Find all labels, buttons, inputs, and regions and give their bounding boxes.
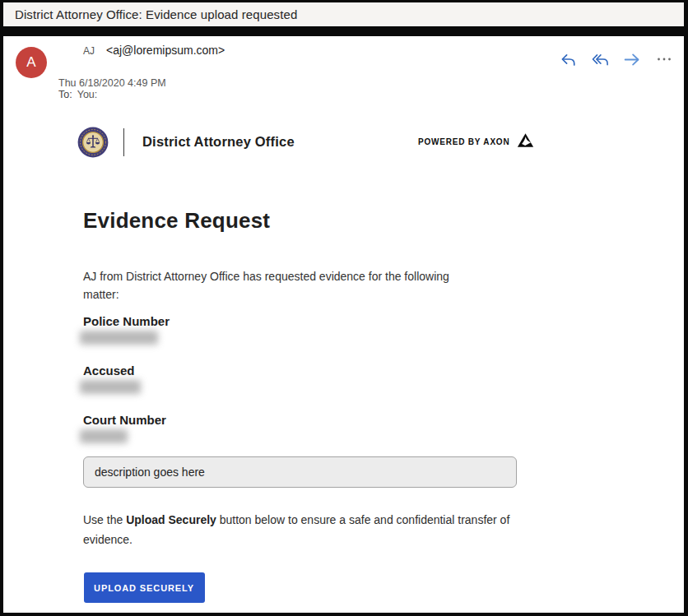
brand-divider	[123, 128, 124, 156]
email-subject: District Attorney Office: Evidence uploa…	[15, 7, 297, 21]
message-timestamp: Thu 6/18/2020 4:49 PM	[58, 77, 166, 89]
highlight-inner: UPLOAD SECURELY	[78, 565, 210, 610]
reply-all-icon[interactable]	[591, 50, 609, 68]
field-value-police-number-redacted	[80, 331, 158, 345]
powered-by-label: POWERED BY AXON	[418, 137, 509, 146]
field-label-court-number: Court Number	[83, 413, 166, 427]
more-options-icon[interactable]	[655, 50, 673, 68]
subject-bar: District Attorney Office: Evidence uploa…	[3, 2, 684, 26]
field-label-accused: Accused	[83, 364, 135, 377]
field-label-police-number: Police Number	[83, 314, 170, 328]
avatar-initial: A	[26, 54, 35, 71]
field-value-court-number-redacted	[80, 429, 128, 443]
message-actions	[559, 50, 673, 68]
instruction-emphasis: Upload Securely	[126, 513, 216, 526]
sender-avatar[interactable]: A	[16, 47, 47, 78]
field-value-accused-redacted	[80, 380, 141, 394]
sender-email[interactable]: <aj@loremipsum.com>	[106, 44, 225, 57]
sender-row: AJ <aj@loremipsum.com>	[83, 44, 225, 57]
recipient-line: To: You:	[58, 89, 97, 100]
email-viewer-window: District Attorney Office: Evidence uploa…	[0, 0, 688, 616]
description-box[interactable]: description goes here	[83, 456, 517, 488]
forward-icon[interactable]	[623, 50, 641, 68]
reply-icon[interactable]	[559, 50, 577, 68]
to-value: You:	[77, 89, 98, 100]
intro-text: AJ from District Attorney Office has req…	[83, 267, 449, 303]
district-attorney-seal-icon	[77, 127, 109, 158]
organization-name: District Attorney Office	[142, 134, 295, 150]
description-text: description goes here	[95, 465, 205, 479]
sender-name: AJ	[83, 45, 95, 57]
instruction-text: Use the Upload Securely button below to …	[83, 510, 523, 549]
email-panel: A AJ <aj@loremipsum.com>	[3, 36, 684, 613]
instruction-prefix: Use the	[83, 513, 126, 526]
upload-securely-button[interactable]: UPLOAD SECURELY	[84, 572, 205, 603]
powered-by-axon: POWERED BY AXON	[418, 131, 534, 152]
email-title: Evidence Request	[83, 208, 270, 234]
to-label: To:	[58, 89, 72, 100]
axon-logo-icon	[517, 132, 534, 152]
upload-button-highlight: UPLOAD SECURELY	[71, 558, 217, 616]
